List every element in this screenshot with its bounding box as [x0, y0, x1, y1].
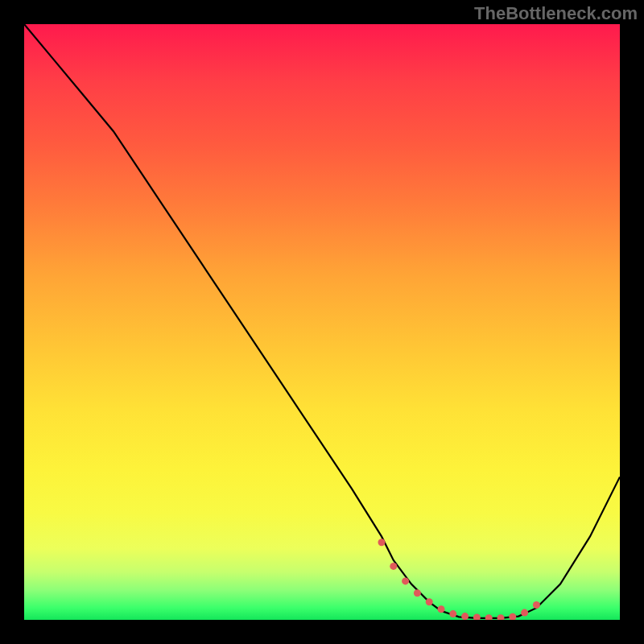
curve-marker: [414, 589, 421, 597]
curve-marker: [521, 609, 528, 617]
curve-marker: [473, 614, 481, 621]
curve-marker: [378, 539, 386, 546]
curve-marker: [438, 605, 445, 613]
curve-marker: [509, 613, 516, 620]
curve-marker: [390, 563, 397, 570]
chart-container: TheBottleneck.com: [0, 0, 644, 644]
bottleneck-curve: [24, 24, 620, 618]
curve-marker: [449, 610, 456, 617]
curve-marker: [461, 613, 469, 620]
curve-marker: [497, 614, 505, 620]
curve-marker: [485, 614, 493, 620]
watermark-text: TheBottleneck.com: [474, 3, 638, 24]
curve-marker: [402, 577, 409, 584]
curve-marker: [426, 598, 433, 605]
chart-svg: [24, 24, 620, 620]
curve-marker: [533, 601, 540, 609]
marker-group: [378, 539, 540, 620]
